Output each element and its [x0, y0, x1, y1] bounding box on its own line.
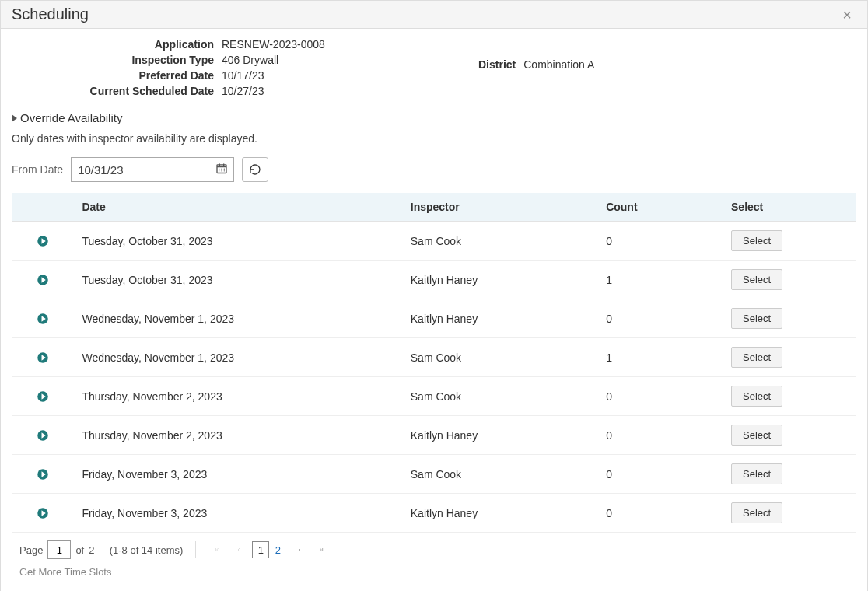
table-row: Friday, November 3, 2023Kaitlyn Haney0Se…: [12, 494, 856, 533]
row-select-cell: Select: [723, 494, 856, 533]
col-header-date[interactable]: Date: [74, 193, 402, 222]
row-date: Wednesday, November 1, 2023: [74, 299, 402, 338]
field-preferred-date: Preferred Date 10/17/23: [12, 69, 447, 82]
row-inspector: Sam Cook: [403, 377, 598, 416]
table-row: Tuesday, October 31, 2023Sam Cook0Select: [12, 222, 856, 261]
row-date: Wednesday, November 1, 2023: [74, 338, 402, 377]
row-icon-cell[interactable]: [12, 338, 74, 377]
pager-last-button[interactable]: [313, 541, 330, 558]
current-scheduled-date-label: Current Scheduled Date: [12, 85, 214, 97]
field-inspection-type: Inspection Type 406 Drywall: [12, 54, 447, 66]
pager-footer: Page of 2 (1-8 of 14 items) 12: [12, 533, 856, 564]
pager-page-1[interactable]: 1: [252, 541, 269, 558]
pager-page-label: Page: [19, 544, 43, 556]
get-more-row: Get More Time Slots: [12, 564, 856, 589]
pager-of-label: of: [75, 544, 84, 556]
row-icon-cell[interactable]: [12, 494, 74, 533]
select-button[interactable]: Select: [731, 463, 782, 484]
row-select-cell: Select: [723, 299, 856, 338]
row-icon-cell[interactable]: [12, 416, 74, 455]
from-date-input[interactable]: [71, 157, 234, 182]
row-icon-cell[interactable]: [12, 261, 74, 299]
refresh-icon: [249, 163, 261, 176]
select-button[interactable]: Select: [731, 308, 782, 329]
row-count: 0: [598, 416, 723, 455]
select-button[interactable]: Select: [731, 269, 782, 290]
col-header-icon: [12, 193, 74, 222]
application-value: RESNEW-2023-0008: [222, 38, 325, 51]
time-slot-icon: [36, 234, 50, 248]
info-right-column: District Combination A: [478, 38, 856, 100]
row-date: Friday, November 3, 2023: [74, 494, 402, 533]
row-count: 0: [598, 494, 723, 533]
modal-header: Scheduling ×: [1, 1, 867, 29]
row-count: 1: [598, 261, 723, 299]
row-count: 1: [598, 338, 723, 377]
table-row: Wednesday, November 1, 2023Kaitlyn Haney…: [12, 299, 856, 338]
override-availability-toggle[interactable]: Override Availability: [12, 111, 856, 124]
table-row: Friday, November 3, 2023Sam Cook0Select: [12, 455, 856, 494]
row-inspector: Kaitlyn Haney: [403, 416, 598, 455]
field-application: Application RESNEW-2023-0008: [12, 38, 447, 51]
pager-pages: 12: [252, 541, 286, 558]
availability-table: Date Inspector Count Select Tuesday, Oct…: [12, 193, 856, 533]
time-slot-icon: [36, 390, 50, 404]
row-count: 0: [598, 455, 723, 494]
pager-separator: [195, 541, 196, 558]
table-row: Thursday, November 2, 2023Sam Cook0Selec…: [12, 377, 856, 416]
row-date: Thursday, November 2, 2023: [74, 377, 402, 416]
preferred-date-value: 10/17/23: [222, 69, 264, 82]
select-button[interactable]: Select: [731, 347, 782, 368]
row-inspector: Sam Cook: [403, 455, 598, 494]
refresh-button[interactable]: [242, 157, 268, 182]
from-date-input-wrap: [71, 157, 234, 182]
chevron-left-icon: [236, 545, 242, 554]
pager-page-2[interactable]: 2: [269, 541, 286, 558]
pager-total-pages: 2: [89, 544, 94, 556]
inspection-type-value: 406 Drywall: [222, 54, 278, 66]
row-date: Tuesday, October 31, 2023: [74, 222, 402, 261]
row-count: 0: [598, 222, 723, 261]
row-select-cell: Select: [723, 377, 856, 416]
scheduling-modal: Scheduling × Application RESNEW-2023-000…: [0, 0, 868, 591]
table-row: Thursday, November 2, 2023Kaitlyn Haney0…: [12, 416, 856, 455]
time-slot-icon: [36, 428, 50, 442]
override-availability-label: Override Availability: [20, 111, 122, 124]
row-icon-cell[interactable]: [12, 299, 74, 338]
time-slot-icon: [36, 467, 50, 481]
row-icon-cell[interactable]: [12, 222, 74, 261]
chevron-first-icon: [214, 545, 220, 554]
info-section: Application RESNEW-2023-0008 Inspection …: [12, 38, 856, 100]
pager-first-button[interactable]: [208, 541, 226, 558]
row-icon-cell[interactable]: [12, 455, 74, 494]
select-button[interactable]: Select: [731, 230, 782, 251]
row-inspector: Sam Cook: [403, 338, 598, 377]
availability-note: Only dates with inspector availability a…: [12, 132, 856, 145]
time-slot-icon: [36, 312, 50, 326]
row-inspector: Kaitlyn Haney: [403, 261, 598, 299]
col-header-count[interactable]: Count: [598, 193, 723, 222]
row-date: Thursday, November 2, 2023: [74, 416, 402, 455]
pager-page-input[interactable]: [47, 540, 71, 559]
row-select-cell: Select: [723, 416, 856, 455]
close-button[interactable]: ×: [838, 6, 856, 23]
table-body: Tuesday, October 31, 2023Sam Cook0Select…: [12, 222, 856, 533]
time-slot-icon: [36, 351, 50, 365]
select-button[interactable]: Select: [731, 502, 782, 523]
row-select-cell: Select: [723, 338, 856, 377]
preferred-date-label: Preferred Date: [12, 69, 214, 82]
row-select-cell: Select: [723, 261, 856, 299]
district-value: Combination A: [523, 58, 594, 71]
get-more-time-slots-link[interactable]: Get More Time Slots: [19, 566, 111, 578]
pager-next-button[interactable]: [291, 541, 308, 558]
field-current-scheduled-date: Current Scheduled Date 10/27/23: [12, 85, 447, 97]
from-date-label: From Date: [12, 163, 63, 176]
select-button[interactable]: Select: [731, 386, 782, 407]
chevron-right-icon: [296, 545, 303, 554]
modal-content: Application RESNEW-2023-0008 Inspection …: [1, 29, 867, 591]
row-icon-cell[interactable]: [12, 377, 74, 416]
select-button[interactable]: Select: [731, 425, 782, 446]
pager-prev-button[interactable]: [230, 541, 247, 558]
col-header-inspector[interactable]: Inspector: [403, 193, 598, 222]
row-inspector: Kaitlyn Haney: [403, 494, 598, 533]
